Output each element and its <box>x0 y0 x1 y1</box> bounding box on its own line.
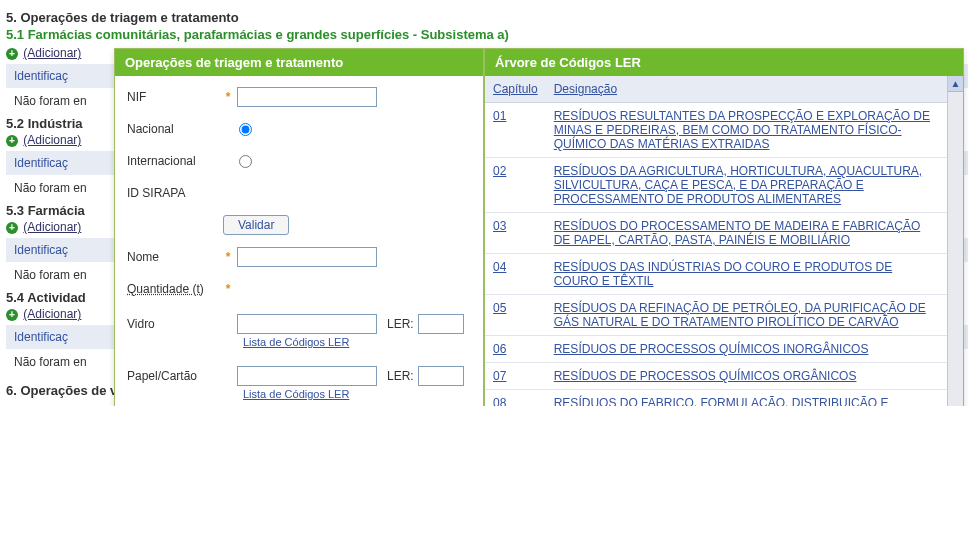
table-row: 03RESÍDUOS DO PROCESSAMENTO DE MADEIRA E… <box>485 213 947 254</box>
papel-label: Papel/Cartão <box>127 369 223 383</box>
papel-input[interactable] <box>237 366 377 386</box>
col-designacao[interactable]: Designação <box>546 76 947 103</box>
ler-tree-panel: Árvore de Códigos LER Capítulo Designaçã… <box>484 48 964 406</box>
chapter-link[interactable]: 03 <box>493 219 506 233</box>
table-row: 05RESÍDUOS DA REFINAÇÃO DE PETRÓLEO, DA … <box>485 295 947 336</box>
validar-button[interactable]: Validar <box>223 215 289 235</box>
add-link[interactable]: (Adicionar) <box>23 133 81 147</box>
chapter-link[interactable]: 01 <box>493 109 506 123</box>
chapter-link[interactable]: 04 <box>493 260 506 274</box>
table-row: 08RESÍDUOS DO FABRICO, FORMULAÇÃO, DISTR… <box>485 390 947 407</box>
section-5-title: 5. Operações de triagem e tratamento <box>6 10 968 25</box>
required-icon: * <box>223 90 233 104</box>
radio-internacional[interactable] <box>239 155 252 168</box>
designation-link[interactable]: RESÍDUOS DA AGRICULTURA, HORTICULTURA, A… <box>554 164 923 206</box>
col-capitulo[interactable]: Capítulo <box>485 76 546 103</box>
scrollbar-vertical[interactable]: ▲ ▼ <box>947 76 963 406</box>
material-papel: Papel/Cartão * LER: Lista de Códigos LER <box>127 366 471 400</box>
required-icon: * <box>223 282 233 296</box>
designation-link[interactable]: RESÍDUOS RESULTANTES DA PROSPECÇÃO E EXP… <box>554 109 930 151</box>
nome-label: Nome <box>127 250 223 264</box>
ler-list-link[interactable]: Lista de Códigos LER <box>243 388 471 400</box>
table-row: 01RESÍDUOS RESULTANTES DA PROSPECÇÃO E E… <box>485 103 947 158</box>
table-row: 06RESÍDUOS DE PROCESSOS QUÍMICOS INORGÂN… <box>485 336 947 363</box>
form-title: Operações de triagem e tratamento <box>115 49 483 76</box>
plus-icon: + <box>6 309 18 321</box>
vidro-ler-input[interactable] <box>418 314 464 334</box>
nome-input[interactable] <box>237 247 377 267</box>
ler-tree-title: Árvore de Códigos LER <box>485 49 963 76</box>
nif-input[interactable] <box>237 87 377 107</box>
ler-label: LER: <box>387 369 414 383</box>
chapter-link[interactable]: 02 <box>493 164 506 178</box>
plus-icon: + <box>6 222 18 234</box>
chapter-link[interactable]: 06 <box>493 342 506 356</box>
radio-nacional[interactable] <box>239 123 252 136</box>
nif-label: NIF <box>127 90 223 104</box>
ler-list-link[interactable]: Lista de Códigos LER <box>243 336 471 348</box>
nacional-label: Nacional <box>127 122 223 136</box>
add-link[interactable]: (Adicionar) <box>23 307 81 321</box>
material-vidro: Vidro * LER: Lista de Códigos LER <box>127 314 471 348</box>
chapter-link[interactable]: 08 <box>493 396 506 406</box>
designation-link[interactable]: RESÍDUOS DO PROCESSAMENTO DE MADEIRA E F… <box>554 219 921 247</box>
add-link[interactable]: (Adicionar) <box>23 46 81 60</box>
vidro-label: Vidro <box>127 317 223 331</box>
papel-ler-input[interactable] <box>418 366 464 386</box>
designation-link[interactable]: RESÍDUOS DAS INDÚSTRIAS DO COURO E PRODU… <box>554 260 893 288</box>
plus-icon: + <box>6 48 18 60</box>
scroll-up-icon[interactable]: ▲ <box>948 76 963 92</box>
table-row: 04RESÍDUOS DAS INDÚSTRIAS DO COURO E PRO… <box>485 254 947 295</box>
plus-icon: + <box>6 135 18 147</box>
table-row: 07RESÍDUOS DE PROCESSOS QUÍMICOS ORGÂNIC… <box>485 363 947 390</box>
chapter-link[interactable]: 07 <box>493 369 506 383</box>
designation-link[interactable]: RESÍDUOS DE PROCESSOS QUÍMICOS INORGÂNIC… <box>554 342 869 356</box>
form-panel: Operações de triagem e tratamento NIF * … <box>114 48 484 406</box>
quantidade-label: Quantidade (t) <box>127 282 223 296</box>
required-icon: * <box>223 250 233 264</box>
internacional-label: Internacional <box>127 154 223 168</box>
vidro-input[interactable] <box>237 314 377 334</box>
section-51-title: 5.1 Farmácias comunitárias, parafarmácia… <box>6 27 968 42</box>
designation-link[interactable]: RESÍDUOS DE PROCESSOS QUÍMICOS ORGÂNICOS <box>554 369 857 383</box>
designation-link[interactable]: RESÍDUOS DA REFINAÇÃO DE PETRÓLEO, DA PU… <box>554 301 926 329</box>
chapter-link[interactable]: 05 <box>493 301 506 315</box>
table-row: 02RESÍDUOS DA AGRICULTURA, HORTICULTURA,… <box>485 158 947 213</box>
ler-label: LER: <box>387 317 414 331</box>
dialog-layer: Operações de triagem e tratamento NIF * … <box>114 48 964 406</box>
designation-link[interactable]: RESÍDUOS DO FABRICO, FORMULAÇÃO, DISTRIB… <box>554 396 921 406</box>
idsirapa-label: ID SIRAPA <box>127 186 223 200</box>
add-link[interactable]: (Adicionar) <box>23 220 81 234</box>
ler-table: Capítulo Designação 01RESÍDUOS RESULTANT… <box>485 76 947 406</box>
